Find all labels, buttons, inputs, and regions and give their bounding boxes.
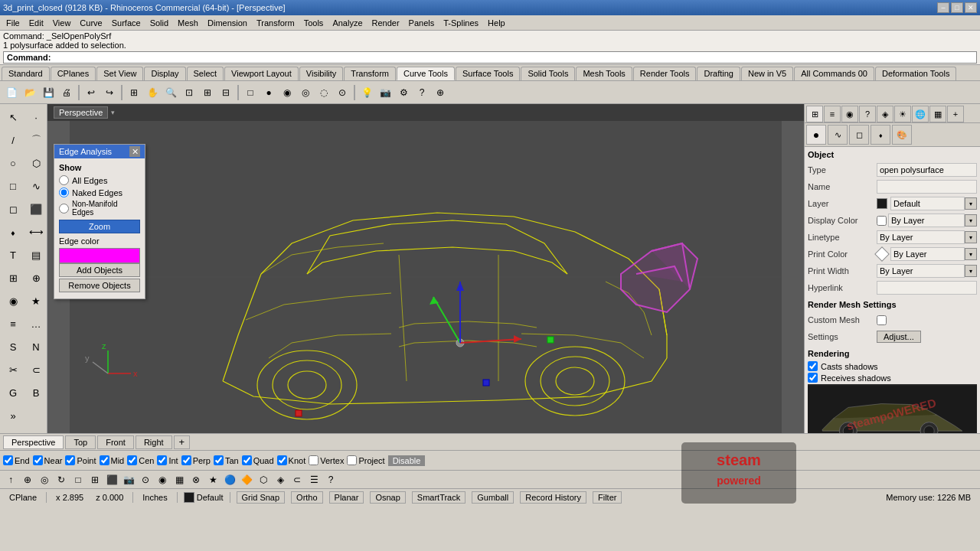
add-objects-button[interactable]: Add Objects xyxy=(59,263,140,277)
custom-mesh-checkbox[interactable] xyxy=(877,315,887,325)
snap-point-checkbox[interactable] xyxy=(65,455,75,465)
display-color-dropdown[interactable]: ▾ xyxy=(965,214,977,227)
bottom-icon-7[interactable]: ⬛ xyxy=(104,472,119,487)
snap-perp-checkbox[interactable] xyxy=(181,455,191,465)
osnap-btn[interactable]: Osnap xyxy=(370,491,405,504)
maximize-button[interactable]: □ xyxy=(951,2,963,13)
menu-file[interactable]: File xyxy=(2,17,24,29)
non-manifold-edges-radio[interactable] xyxy=(59,204,69,214)
toolbar-tab-cplanes[interactable]: CPlanes xyxy=(51,67,96,80)
viewport-label[interactable]: Perspective xyxy=(54,106,108,119)
print-icon[interactable]: 🖨 xyxy=(58,84,75,101)
bottom-icon-3[interactable]: ◎ xyxy=(37,472,52,487)
bottom-icon-13[interactable]: ★ xyxy=(205,472,220,487)
linetype-dropdown[interactable]: ▾ xyxy=(965,231,977,243)
nurbs-tool[interactable]: N xyxy=(25,336,47,357)
snap-quad-checkbox[interactable] xyxy=(242,455,252,465)
bottom-icon-6[interactable]: ⊞ xyxy=(87,472,103,487)
ortho-btn[interactable]: Ortho xyxy=(291,491,323,504)
camera-icon[interactable]: 📷 xyxy=(377,84,394,101)
trim-tool[interactable]: ✂ xyxy=(2,359,24,380)
toolbar-tab-transform[interactable]: Transform xyxy=(344,67,396,80)
snap-disable-button[interactable]: Disable xyxy=(388,455,426,466)
menu-edit[interactable]: Edit xyxy=(24,17,48,29)
print-width-dropdown[interactable]: ▾ xyxy=(965,265,977,277)
planar-btn[interactable]: Planar xyxy=(329,491,364,504)
extra-icon[interactable]: ⊕ xyxy=(432,84,449,101)
join-tool[interactable]: ⊂ xyxy=(25,359,47,380)
rect-tool[interactable]: □ xyxy=(2,175,24,197)
redo-icon[interactable]: ↪ xyxy=(101,84,118,101)
snap-knot-checkbox[interactable] xyxy=(277,455,287,465)
snap-project-checkbox[interactable] xyxy=(347,455,357,465)
adjust-button[interactable]: Adjust... xyxy=(877,331,921,343)
mesh-tab[interactable]: ⬧ xyxy=(871,125,890,145)
vp-tab-perspective[interactable]: Perspective xyxy=(3,435,64,449)
viewport-dropdown-arrow[interactable]: ▾ xyxy=(111,109,115,116)
transform-tool[interactable]: ⊕ xyxy=(25,267,47,289)
toolbar-tab-mesh-tools[interactable]: Mesh Tools xyxy=(576,67,632,80)
menu-tools[interactable]: Tools xyxy=(299,17,328,29)
light-tab[interactable]: ☀ xyxy=(894,106,911,122)
vp-tab-right[interactable]: Right xyxy=(136,435,172,449)
all-edges-radio[interactable] xyxy=(59,175,69,185)
wire-icon[interactable]: ◎ xyxy=(297,84,314,101)
close-button[interactable]: ✕ xyxy=(965,2,977,13)
naked-edges-radio[interactable] xyxy=(59,187,69,197)
snap-end-checkbox[interactable] xyxy=(3,455,13,465)
layer-dropdown[interactable]: ▾ xyxy=(965,197,977,210)
bottom-icon-14[interactable]: 🔵 xyxy=(222,472,237,487)
menu-panels[interactable]: Panels xyxy=(404,17,439,29)
toolbar-tab-surface-tools[interactable]: Surface Tools xyxy=(456,67,520,80)
menu-solid[interactable]: Solid xyxy=(145,17,173,29)
zoom-window-icon[interactable]: ⊡ xyxy=(181,84,198,101)
bottom-icon-5[interactable]: □ xyxy=(70,472,86,487)
print-width-value[interactable]: By Layer xyxy=(877,264,965,278)
pan-icon[interactable]: ✋ xyxy=(144,84,161,101)
receives-shadows-checkbox[interactable] xyxy=(808,373,818,383)
object-tab[interactable]: ● xyxy=(806,125,826,145)
hyperlink-value[interactable] xyxy=(877,281,977,295)
vp-tab-front[interactable]: Front xyxy=(97,435,134,449)
snap-tool[interactable]: ⊞ xyxy=(2,267,24,289)
snap-int-checkbox[interactable] xyxy=(157,455,167,465)
casts-shadows-checkbox[interactable] xyxy=(808,361,818,371)
bottom-icon-9[interactable]: ⊙ xyxy=(138,472,153,487)
grid-snap-btn[interactable]: Grid Snap xyxy=(237,491,286,504)
menu-t-splines[interactable]: T-Splines xyxy=(439,17,483,29)
curve-tab[interactable]: ∿ xyxy=(828,125,848,145)
undo-icon[interactable]: ↩ xyxy=(83,84,100,101)
command-input[interactable] xyxy=(54,53,973,62)
select-tool[interactable]: ↖ xyxy=(2,106,24,128)
linetype-value[interactable]: By Layer xyxy=(877,230,965,244)
bottom-icon-8[interactable]: 📷 xyxy=(121,472,136,487)
toolbar-tab-all-commands-00[interactable]: All Commands 00 xyxy=(794,67,874,80)
snap-mid-checkbox[interactable] xyxy=(100,455,109,465)
layer-tool[interactable]: ≡ xyxy=(2,313,24,334)
menu-render[interactable]: Render xyxy=(368,17,404,29)
solid-tool[interactable]: ⬛ xyxy=(25,198,47,220)
toolbar-tab-curve-tools[interactable]: Curve Tools xyxy=(397,67,455,80)
menu-dimension[interactable]: Dimension xyxy=(203,17,252,29)
snap-near-checkbox[interactable] xyxy=(33,455,43,465)
render-tab2[interactable]: 🎨 xyxy=(892,125,912,145)
bottom-icon-2[interactable]: ⊕ xyxy=(20,472,35,487)
expand-tool[interactable]: » xyxy=(2,405,24,426)
toolbar-tab-render-tools[interactable]: Render Tools xyxy=(633,67,697,80)
filter-btn[interactable]: Filter xyxy=(593,491,622,504)
render-tool2[interactable]: ★ xyxy=(25,290,47,311)
text-tool[interactable]: T xyxy=(2,244,24,266)
toolbar-tab-select[interactable]: Select xyxy=(187,67,224,80)
block-tool[interactable]: B xyxy=(25,382,47,403)
toolbar-tab-set-view[interactable]: Set View xyxy=(96,67,143,80)
toolbar-tab-new-in-v5[interactable]: New in V5 xyxy=(741,67,793,80)
texture-tab[interactable]: ▦ xyxy=(929,106,946,122)
curve-tool[interactable]: ∿ xyxy=(25,175,47,197)
line-tool[interactable]: / xyxy=(2,129,24,151)
display-tab[interactable]: ◉ xyxy=(841,106,858,122)
toolbar-tab-display[interactable]: Display xyxy=(144,67,185,80)
point-tool[interactable]: · xyxy=(25,106,47,128)
env-tab[interactable]: 🌐 xyxy=(912,106,929,122)
material-tab[interactable]: ◈ xyxy=(877,106,893,122)
edge-analysis-close[interactable]: ✕ xyxy=(129,146,140,157)
